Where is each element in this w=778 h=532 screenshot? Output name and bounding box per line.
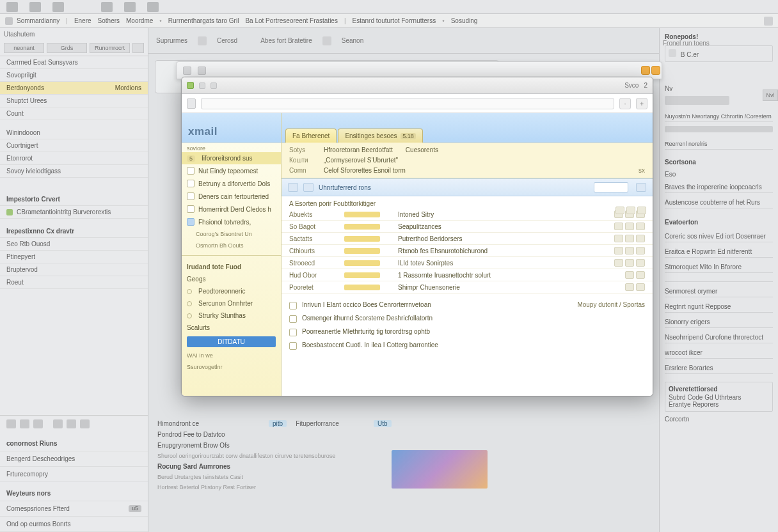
- bg-left-item[interactable]: Ond op eurmos Bonrts: [0, 517, 148, 532]
- bg-right-line[interactable]: Braves the iropererine ioopcoacrls: [665, 182, 773, 193]
- bg-left-tab[interactable]: neonant: [4, 43, 44, 53]
- bg-right-line[interactable]: Austencose coubterre of het Rurs: [665, 197, 773, 208]
- arrow-icon[interactable]: [132, 43, 144, 53]
- bg-left-item[interactable]: Count: [0, 107, 148, 120]
- action-icon[interactable]: [615, 207, 624, 214]
- bg-right-line[interactable]: Stmoroquet Mito In Bforore: [665, 262, 773, 273]
- mail-list-item[interactable]: So BagotSeapulitzances: [282, 221, 653, 233]
- action-icon[interactable]: [636, 271, 645, 279]
- bg-left-item[interactable]: Etonrorot: [0, 152, 148, 165]
- bg-right-box[interactable]: B C.er: [665, 45, 773, 62]
- toolbar-label[interactable]: Suprurmes: [156, 37, 187, 44]
- mail-list-item[interactable]: AbuektsIntoned Sitry: [282, 208, 653, 221]
- action-icon[interactable]: [614, 235, 623, 242]
- mail-side-tab[interactable]: 5 Iifororeitsrond sus: [182, 152, 281, 164]
- action-icon[interactable]: [636, 247, 645, 254]
- mail-side-primary-button[interactable]: DITDATU: [187, 336, 276, 347]
- bg-left-item[interactable]: Roeut: [0, 276, 148, 289]
- mail-check-row[interactable]: Boesbastoccnt Cuotl. In ilea I Cotterg b…: [282, 339, 653, 352]
- mail-side-item[interactable]: Strurky Stunthas: [182, 309, 281, 322]
- mail-side-tail[interactable]: Ssurovogetlnr: [182, 361, 281, 373]
- bg-menu-item[interactable]: Sothers: [98, 17, 120, 24]
- mail-side-tail[interactable]: WAI In we: [182, 350, 281, 361]
- icon-generic[interactable]: [6, 419, 16, 428]
- action-icon[interactable]: [636, 223, 645, 230]
- bg-menu-item[interactable]: Sosuding: [451, 17, 478, 24]
- toolbar-label[interactable]: Seanon: [342, 37, 363, 44]
- bg-right-line[interactable]: wrocoot ikcer: [665, 347, 773, 359]
- bg-lower-row[interactable]: Pondrod Fee to Datvtco: [155, 429, 499, 440]
- bg-left-item-selected[interactable]: Berdonyonds Mordions: [0, 82, 148, 95]
- icon-generic[interactable]: [322, 36, 331, 45]
- checkbox[interactable]: [289, 302, 297, 309]
- icon-generic[interactable]: [80, 419, 90, 428]
- action-icon[interactable]: [625, 247, 634, 254]
- bg-left-item[interactable]: Bruptervod: [0, 263, 148, 276]
- bg-left-item[interactable]: Sovoprilgit: [0, 69, 148, 82]
- checkbox-icon[interactable]: [288, 183, 298, 192]
- mail-side-item[interactable]: Homerrirdt Derd Cledos h: [182, 203, 281, 215]
- mail-list-item[interactable]: StrooecdILId totev Sonirptes: [282, 257, 653, 269]
- action-icon[interactable]: [625, 223, 634, 230]
- icon-generic[interactable]: [198, 36, 207, 45]
- mini-search-field[interactable]: [594, 182, 628, 192]
- mail-list-header[interactable]: Uhnrtuferrerd rons: [282, 178, 653, 196]
- addr-add-button[interactable]: +: [636, 98, 647, 109]
- mail-list-item[interactable]: PooretetShimpr Chuensonerie: [282, 281, 653, 293]
- window-control-icon[interactable]: [651, 66, 660, 75]
- action-icon[interactable]: [636, 283, 645, 291]
- action-icon[interactable]: [625, 283, 634, 291]
- mail-titlebar[interactable]: Svco 2: [182, 77, 653, 94]
- bg-right-line[interactable]: Nseohrripend Curofone throrectoct: [665, 332, 773, 343]
- bg-left-item[interactable]: Sovoy ivieiodtigass: [0, 165, 148, 178]
- bg-left-item[interactable]: Winindooon: [0, 127, 148, 139]
- search-icon[interactable]: [636, 183, 646, 192]
- bg-left-item[interactable]: Carrmed Eoat Sunsyvars: [0, 56, 148, 69]
- mail-check-row[interactable]: Osmenger ithurnd Scorsterre Deshricfolla…: [282, 312, 653, 325]
- action-icon[interactable]: [625, 271, 634, 279]
- checkbox[interactable]: [289, 315, 297, 323]
- bg-lower-row[interactable]: Himondront ce pitb Fituperforrance Utb: [155, 418, 499, 429]
- icon-generic[interactable]: [20, 419, 29, 428]
- bg-left-tab[interactable]: Runomrocrt: [90, 43, 130, 53]
- icon-generic[interactable]: [33, 419, 43, 428]
- bg-right-line[interactable]: Senmorest orymer: [665, 286, 773, 297]
- action-icon[interactable]: [625, 235, 634, 242]
- mail-side-item[interactable]: Scalurts: [182, 322, 281, 334]
- refresh-icon[interactable]: [764, 17, 773, 26]
- icon-generic[interactable]: [67, 419, 76, 428]
- mail-list-item[interactable]: CthiourtsRtxnob fes Ehsnurotobichurond: [282, 245, 653, 257]
- mail-check-row[interactable]: Poorreanertle Mlethrturitg tig torordtrs…: [282, 325, 653, 339]
- bg-left-tab[interactable]: Grds: [47, 43, 87, 53]
- window-icon[interactable]: [199, 82, 205, 89]
- bg-menu-item[interactable]: Rurrnenthargats taro Gril: [168, 17, 239, 24]
- bg-left-item[interactable]: Cornespsriones Ffterd u5: [0, 501, 148, 517]
- bg-menu-item[interactable]: Moordme: [126, 17, 153, 24]
- mail-side-item[interactable]: Betruny a diforvertio Dols: [182, 177, 281, 190]
- bg-left-item[interactable]: Seo Rtb Ouosd: [0, 238, 148, 251]
- window-control-icon[interactable]: [641, 66, 650, 75]
- bg-right-line[interactable]: Eraitca e Ropwrtn Ed nitferentt: [665, 246, 773, 258]
- mail-side-item[interactable]: Deners cain fertourteried: [182, 190, 281, 203]
- bg-lower-row[interactable]: Enupgryronernt Brow Ofs: [155, 440, 499, 451]
- action-icon[interactable]: [636, 259, 645, 267]
- checkbox[interactable]: [289, 342, 297, 350]
- addr-button[interactable]: ·: [619, 98, 631, 109]
- bg-left-tabs[interactable]: neonant Grds Runomrocrt: [0, 40, 148, 56]
- mail-side-item[interactable]: Nut Eindy tepeornest: [182, 164, 281, 177]
- bg-left-item[interactable]: Shuptct Urees: [0, 95, 148, 107]
- bg-left-item[interactable]: Bengerd Descheodriges: [0, 451, 148, 467]
- mail-tab[interactable]: Fa Brherenet: [285, 129, 337, 143]
- bg-left-item[interactable]: Ptinepyert: [0, 251, 148, 263]
- bg-right-line[interactable]: Regtnrt ngurit Reppose: [665, 301, 773, 313]
- bg-far-right-tag[interactable]: Nvl: [763, 90, 778, 101]
- checkbox[interactable]: [289, 329, 297, 336]
- mail-list-item[interactable]: SactattsPutrerthod Beridorsers: [282, 233, 653, 245]
- toolbar-label[interactable]: Abes fort Bratetire: [260, 37, 312, 44]
- action-icon[interactable]: [625, 259, 634, 267]
- bg-left-item[interactable]: Cuortnigert: [0, 139, 148, 152]
- bg-left-item[interactable]: Frturecomopry: [0, 467, 148, 482]
- bg-right-line[interactable]: Coreric sos nivev Ed iort Dosenraer: [665, 231, 773, 242]
- icon-generic[interactable]: [53, 419, 63, 428]
- mail-side-item[interactable]: Peodtoreonneric: [182, 285, 281, 297]
